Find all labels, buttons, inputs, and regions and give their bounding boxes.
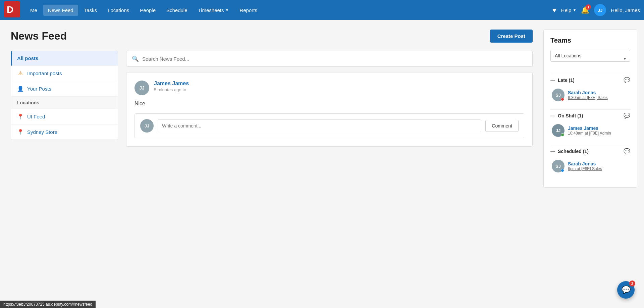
team-group-on-shift: — On Shift (1) 💬 JJ James James 10:48am … — [550, 109, 630, 140]
post-body: Nice — [135, 101, 524, 107]
favorites-icon[interactable]: ♥ — [552, 6, 556, 14]
member-avatar-wrapper: SJ — [552, 89, 565, 101]
search-bar: 🔍 — [126, 51, 533, 67]
chat-icon[interactable]: 💬 — [624, 77, 630, 83]
search-icon: 🔍 — [132, 55, 139, 62]
nav-me[interactable]: Me — [25, 5, 42, 16]
help-button[interactable]: Help ▼ — [561, 7, 577, 13]
chevron-down-icon: ▼ — [225, 8, 229, 12]
nav-links: Me News Feed Tasks Locations People Sche… — [25, 5, 552, 16]
team-group-late-header: — Late (1) 💬 — [550, 74, 630, 86]
chat-badge: 2 — [629, 280, 635, 287]
sidebar-item-important-posts[interactable]: ⚠ Important posts — [11, 66, 118, 81]
team-group-late: — Late (1) 💬 SJ Sarah Jonas 8:30am at [F… — [550, 74, 630, 104]
greeting-text: Hello, James — [611, 7, 640, 13]
nav-schedule[interactable]: Schedule — [162, 5, 192, 16]
member-shift-detail[interactable]: 8:30am at [F8E] Sales — [568, 95, 630, 100]
member-name: Sarah Jonas — [568, 161, 630, 166]
left-sidebar: All posts ⚠ Important posts 👤 Your Posts… — [11, 51, 118, 140]
post-card: JJ James James 5 minutes ago to Nice JJ … — [126, 72, 533, 147]
sidebar-section-locations: Locations — [11, 97, 118, 109]
sidebar-item-all-posts[interactable]: All posts — [11, 51, 118, 66]
team-member: SJ Sarah Jonas 8:30am at [F8E] Sales — [550, 86, 630, 104]
teams-sidebar: Teams All Locations UI Feed Sydney Store… — [543, 30, 637, 188]
collapse-icon[interactable]: — — [550, 113, 555, 118]
team-group-scheduled-header: — Scheduled (1) 💬 — [550, 145, 630, 157]
member-info: James James 10:48am at [F8E] Admin — [568, 125, 630, 136]
post-author-avatar: JJ — [135, 81, 149, 95]
team-group-late-title: — Late (1) — [550, 78, 575, 83]
location-icon: 📍 — [17, 113, 24, 120]
nav-people[interactable]: People — [135, 5, 160, 16]
member-info: Sarah Jonas 8:30am at [F8E] Sales — [568, 90, 630, 100]
team-group-on-shift-title: — On Shift (1) — [550, 113, 583, 118]
team-group-scheduled-title: — Scheduled (1) — [550, 149, 589, 154]
sidebar-item-your-posts[interactable]: 👤 Your Posts — [11, 81, 118, 97]
notifications-button[interactable]: 🔔 1 — [581, 6, 589, 14]
chevron-down-icon: ▼ — [573, 8, 576, 12]
nav-reports[interactable]: Reports — [235, 5, 262, 16]
sidebar-item-ui-feed[interactable]: 📍 UI Feed — [11, 109, 118, 124]
chat-fab-button[interactable]: 💬 2 — [617, 281, 635, 299]
user-avatar[interactable]: JJ — [594, 4, 606, 16]
post-meta: James James 5 minutes ago to — [154, 81, 189, 92]
location-icon: 📍 — [17, 129, 24, 135]
nav-right: ♥ Help ▼ 🔔 1 JJ Hello, James — [552, 4, 640, 16]
teams-title: Teams — [550, 37, 630, 44]
commenter-avatar: JJ — [140, 119, 154, 133]
comment-input[interactable] — [158, 119, 481, 132]
svg-text:D: D — [7, 4, 13, 15]
chat-icon[interactable]: 💬 — [624, 112, 630, 119]
logo[interactable]: D — [4, 1, 20, 19]
member-avatar-wrapper: SJ — [552, 160, 565, 172]
chat-icon: 💬 — [622, 286, 631, 294]
status-indicator — [561, 133, 564, 137]
post-header: JJ James James 5 minutes ago to — [135, 81, 524, 95]
member-name: James James — [568, 125, 630, 131]
team-group-scheduled: — Scheduled (1) 💬 SJ Sarah Jonas 6pm at … — [550, 145, 630, 175]
location-select-wrapper: All Locations UI Feed Sydney Store ▼ — [550, 50, 630, 68]
nav-newsfeed[interactable]: News Feed — [43, 5, 78, 16]
sidebar-item-sydney-store[interactable]: 📍 Sydney Store — [11, 124, 118, 140]
collapse-icon[interactable]: — — [550, 78, 555, 83]
page-title: News Feed — [11, 30, 67, 42]
notification-badge: 1 — [586, 4, 591, 10]
member-shift-detail[interactable]: 10:48am at [F8E] Admin — [568, 131, 630, 136]
right-panel: Teams All Locations UI Feed Sydney Store… — [543, 20, 637, 308]
top-navigation: D Me News Feed Tasks Locations People Sc… — [0, 0, 644, 20]
status-indicator — [561, 98, 564, 101]
comment-section: JJ Comment — [135, 113, 524, 138]
person-icon: 👤 — [17, 86, 24, 92]
content-columns: All posts ⚠ Important posts 👤 Your Posts… — [11, 51, 533, 147]
member-avatar-wrapper: JJ — [552, 124, 565, 137]
post-author-name: James James — [154, 81, 189, 87]
comment-button[interactable]: Comment — [485, 120, 519, 132]
member-shift-detail[interactable]: 6pm at [F8E] Sales — [568, 166, 630, 171]
member-info: Sarah Jonas 6pm at [F8E] Sales — [568, 161, 630, 171]
team-member: SJ Sarah Jonas 6pm at [F8E] Sales — [550, 157, 630, 175]
member-name: Sarah Jonas — [568, 90, 630, 95]
nav-tasks[interactable]: Tasks — [79, 5, 102, 16]
nav-timesheets[interactable]: Timesheets ▼ — [194, 5, 234, 16]
location-select[interactable]: All Locations UI Feed Sydney Store — [550, 50, 630, 62]
status-bar: https://f8eb3f20073725.au.deputy.com/#ne… — [0, 301, 96, 308]
main-content: News Feed Create Post All posts ⚠ Import… — [0, 20, 543, 308]
status-indicator — [561, 169, 564, 172]
feed-area: 🔍 JJ James James 5 minutes ago to Nice — [126, 51, 533, 147]
warning-icon: ⚠ — [17, 70, 24, 76]
nav-locations[interactable]: Locations — [103, 5, 134, 16]
team-member: JJ James James 10:48am at [F8E] Admin — [550, 121, 630, 140]
post-timestamp: 5 minutes ago to — [154, 87, 189, 92]
chat-icon[interactable]: 💬 — [624, 148, 630, 154]
team-group-on-shift-header: — On Shift (1) 💬 — [550, 109, 630, 121]
page-layout: News Feed Create Post All posts ⚠ Import… — [0, 20, 644, 308]
page-header: News Feed Create Post — [11, 30, 533, 43]
create-post-button[interactable]: Create Post — [490, 30, 533, 43]
search-input[interactable] — [142, 56, 527, 62]
collapse-icon[interactable]: — — [550, 149, 555, 154]
